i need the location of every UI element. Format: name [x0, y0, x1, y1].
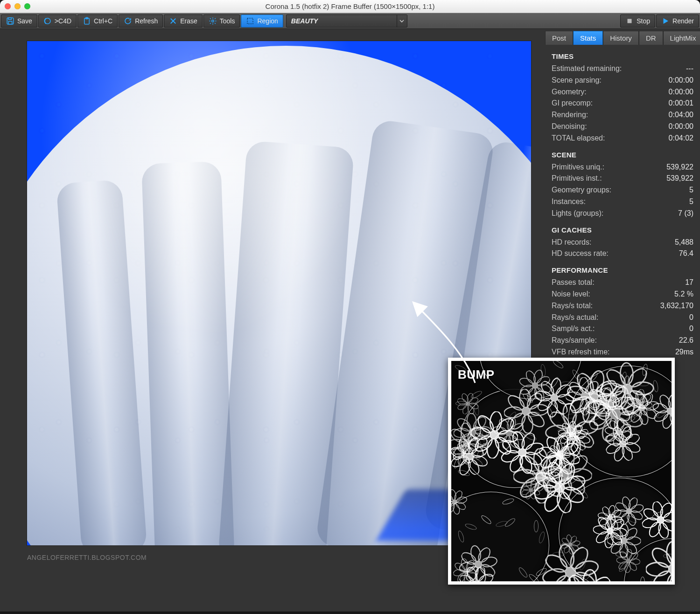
svg-point-34	[621, 496, 632, 510]
stat-label: Noise level:	[552, 289, 590, 300]
stat-label: Rays/sample:	[552, 335, 597, 346]
to-c4d-button[interactable]: >C4D	[38, 14, 77, 28]
stat-value: 0:00:00	[669, 75, 693, 86]
stat-label: HD success rate:	[552, 248, 609, 260]
floppy-icon	[6, 17, 14, 25]
stats-body: TIMES Estimated remaining:---Scene parsi…	[545, 45, 700, 361]
stat-row: Geometry groups:5	[552, 184, 693, 196]
render-pass-dropdown[interactable]: BEAUTY	[286, 14, 407, 28]
svg-point-338	[477, 572, 494, 581]
stat-label: Geometry groups:	[552, 184, 611, 196]
stat-value: 3,632,170	[660, 300, 693, 312]
stat-row: Sampl/s act.:0	[552, 323, 693, 335]
svg-point-6	[212, 20, 214, 22]
stat-row: Rendering:0:04:00	[552, 109, 693, 121]
scene-header: SCENE	[552, 151, 693, 159]
stat-row: Scene parsing:0:00:00	[552, 75, 693, 86]
stat-label: Denoising:	[552, 121, 587, 133]
copy-button[interactable]: Ctrl+C	[77, 14, 118, 28]
stat-value: 76.4	[679, 248, 693, 260]
stop-icon	[625, 17, 634, 25]
stat-value: 7 (3)	[678, 208, 693, 219]
minimize-icon[interactable]	[14, 3, 21, 9]
stat-value: 22.6	[679, 335, 693, 346]
stat-value: 0	[689, 312, 693, 324]
stat-row: Estimated remaining:---	[552, 63, 693, 75]
stat-label: Rendering:	[552, 109, 588, 121]
stat-row: TOTAL elapsed:0:04:02	[552, 133, 693, 144]
stat-label: Rays/s actual:	[552, 312, 598, 324]
save-button[interactable]: Save	[1, 14, 37, 28]
stop-button[interactable]: Stop	[620, 14, 655, 28]
stat-value: 0:00:01	[669, 98, 693, 109]
stat-value: 0:00:00	[669, 86, 693, 98]
tab-history[interactable]: History	[603, 31, 639, 45]
close-icon[interactable]	[5, 3, 11, 9]
stat-value: 0:04:02	[669, 133, 693, 144]
stat-row: HD records:5,488	[552, 237, 693, 248]
stat-row: Noise level:5.2 %	[552, 289, 693, 300]
svg-rect-8	[628, 19, 632, 23]
tab-dr[interactable]: DR	[639, 31, 663, 45]
svg-point-144	[646, 562, 669, 576]
svg-point-221	[568, 546, 574, 555]
stat-value: 0:04:00	[669, 109, 693, 121]
stat-value: 539,922	[666, 173, 693, 184]
tab-stats[interactable]: Stats	[573, 31, 603, 45]
erase-button[interactable]: Erase	[164, 14, 203, 28]
stat-value: 29ms	[675, 346, 693, 358]
perf-header: PERFORMANCE	[552, 266, 693, 274]
region-icon	[246, 17, 254, 25]
bump-label: BUMP	[458, 367, 495, 382]
stat-label: Passes total:	[552, 277, 595, 289]
c4d-label: >C4D	[55, 17, 71, 25]
svg-point-346	[620, 524, 629, 538]
stat-row: Primitives uniq.:539,922	[552, 162, 693, 173]
erase-label: Erase	[180, 17, 197, 25]
clipboard-icon	[83, 17, 91, 25]
stat-value: 5.2 %	[674, 289, 693, 300]
c4d-icon	[43, 17, 52, 25]
stats-tabs: Post Stats History DR LightMix	[545, 31, 700, 45]
stat-label: Instances:	[552, 196, 586, 208]
svg-point-348	[627, 537, 641, 545]
zoom-icon[interactable]	[24, 3, 30, 9]
stat-value: 5	[689, 184, 693, 196]
window-title: Corona 1.5 (hotfix 2) Frame Buffer (1500…	[266, 2, 435, 10]
chevron-down-icon	[397, 15, 407, 27]
stat-row: Denoising:0:00:00	[552, 121, 693, 133]
tools-button[interactable]: Tools	[203, 14, 240, 28]
stat-row: Lights (groups):7 (3)	[552, 208, 693, 219]
region-label: Region	[257, 17, 278, 25]
tools-label: Tools	[220, 17, 235, 25]
stat-label: Lights (groups):	[552, 208, 603, 219]
erase-icon	[169, 17, 177, 25]
svg-point-250	[451, 489, 457, 501]
stat-label: VFB refresh time:	[552, 346, 609, 358]
stat-row: Rays/s actual:0	[552, 312, 693, 324]
play-icon	[661, 17, 670, 25]
stat-value: 5	[689, 196, 693, 208]
tab-lightmix[interactable]: LightMix	[663, 31, 700, 45]
svg-rect-7	[247, 18, 253, 24]
render-button[interactable]: Render	[656, 14, 699, 28]
titlebar: Corona 1.5 (hotfix 2) Frame Buffer (1500…	[0, 0, 700, 13]
stat-value: 0	[689, 323, 693, 335]
times-header: TIMES	[552, 52, 693, 60]
tab-post[interactable]: Post	[545, 31, 573, 45]
stat-label: Scene parsing:	[552, 75, 602, 86]
stat-label: Primitives inst.:	[552, 173, 602, 184]
stat-row: Rays/sample:22.6	[552, 335, 693, 346]
stat-label: HD records:	[552, 237, 591, 248]
refresh-button[interactable]: Refresh	[119, 14, 163, 28]
region-button[interactable]: Region	[241, 14, 283, 28]
render-pass-value: BEAUTY	[291, 17, 318, 25]
stat-row: Instances:5	[552, 196, 693, 208]
stat-label: Primitives uniq.:	[552, 162, 604, 173]
stat-label: TOTAL elapsed:	[552, 133, 605, 144]
stat-value: 17	[685, 277, 693, 289]
window-controls	[5, 3, 30, 9]
stat-label: Geometry:	[552, 86, 587, 98]
stat-label: Sampl/s act.:	[552, 323, 595, 335]
stat-value: ---	[686, 63, 693, 75]
